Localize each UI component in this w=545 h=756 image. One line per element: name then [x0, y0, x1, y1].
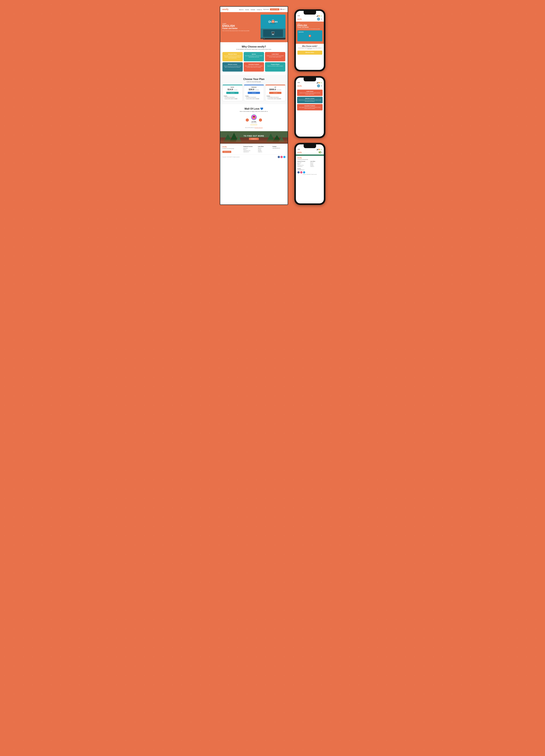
hero-desc-text: From 3 to 99, We help everyone learn in …	[222, 30, 259, 31]
review-platform-link[interactable]: 3rd side review site	[255, 127, 263, 128]
bar-3	[317, 82, 318, 83]
phone-menu-icon-2[interactable]: ≡	[321, 85, 322, 87]
cta-contact-button[interactable]: Contact Us	[249, 138, 259, 140]
phone-footer-learn-list: About Us Courses Schedule Contact Us	[310, 162, 322, 167]
flag-icon: 🇬🇧	[280, 9, 282, 10]
bar-1	[317, 83, 317, 83]
phone-contact-col: Contact support@eesify.com	[297, 168, 322, 170]
footer-contact-title: Contact	[272, 146, 285, 147]
instagram-icon[interactable]: ◉	[280, 156, 283, 158]
list-item: Contact Us	[310, 166, 322, 167]
plan-basic-body: BASIC $14.9 /1 month Subscribe Includes …	[223, 85, 242, 101]
lang-selector[interactable]: 🇬🇧 ENG ▾	[280, 9, 285, 10]
nav-logo: eesify	[222, 8, 229, 11]
phone-play-icon-1	[309, 35, 310, 36]
phone-footer-courses-list: Test course Bitcoin 1 course test 7/7 (1…	[297, 162, 309, 167]
hero-video: with Quizzes in the videos 🖥️ 0:00 / 1:1…	[261, 15, 285, 40]
love-title: Wall Of Love 💙	[222, 107, 285, 110]
plan-vip-period: /12 months	[277, 89, 281, 90]
phone-twitter-icon[interactable]: t	[303, 171, 305, 173]
phone-mockup-1: 9:41 📶 🔋 eesify ≡	[294, 9, 325, 71]
phone-feature-desc-lessons: Important key points are summarised in e…	[298, 100, 321, 102]
phone-feature-title-lessons: Effective Lessons	[298, 98, 321, 99]
prev-testimonial-button[interactable]: ‹	[246, 118, 249, 122]
social-icons: f ◉ t	[278, 156, 285, 158]
footer-brand: eesify Accelerate your learning today! C…	[222, 146, 242, 153]
phone-avatar-1	[317, 18, 320, 21]
plan-premium-name: PREMIUM	[245, 87, 263, 88]
hero-faster-text: Faster and Better	[222, 27, 259, 30]
phone-play-button-1[interactable]	[309, 35, 311, 37]
svg-rect-9	[220, 141, 288, 143]
nav-schedule[interactable]: Schedule	[251, 9, 255, 10]
nav-courses[interactable]: Courses	[245, 9, 249, 10]
battery-icon: 🔋	[321, 15, 322, 17]
plan-premium-body: PREMIUM $39.9 /3 months Subscribe Includ…	[244, 85, 264, 101]
plan-basic: BASIC $14.9 /1 month Subscribe Includes …	[222, 84, 243, 101]
why-section: Why Choose eesify? It's the EASIEST and …	[220, 42, 288, 75]
phone-instagram-icon[interactable]: ◉	[300, 171, 302, 173]
phone-footer-tagline: Accelerate your learning today!	[297, 159, 322, 160]
plan-vip-tokens: 12 000 tokens	[268, 97, 273, 98]
footer-learn-more-title: Learn More	[258, 146, 271, 147]
my-account-link[interactable]: My Account	[263, 9, 269, 10]
feature-desc-feedback: Video repeats itself if the answer for a…	[245, 66, 263, 68]
phone-logo-2: eesify	[297, 85, 317, 87]
plan-premium-subscribe-button[interactable]: Subscribe	[248, 92, 260, 94]
sign-up-button[interactable]: SIGN UP NOW	[270, 8, 280, 10]
nav-contact[interactable]: Contact Us	[257, 9, 262, 10]
feature-card-progress: Progress Report Parents can view their c…	[265, 62, 285, 72]
love-subtitle: Have a look at what our happy eesify use…	[222, 111, 285, 112]
phone-contact-title: Contact	[297, 168, 322, 169]
phone-social-icons: f ◉ t	[297, 171, 322, 173]
twitter-icon[interactable]: t	[283, 156, 285, 158]
leaf-icon-3: 🌿	[318, 151, 321, 154]
plan-vip-subscribe-button[interactable]: Subscribe	[269, 92, 281, 94]
feature-title-lessons: Effective Lessons	[224, 64, 242, 65]
feature-title-progress: Progress Report	[266, 64, 284, 65]
phone-footer-section: eesify Accelerate your learning today! F…	[296, 156, 324, 176]
video-time: 0:00 / 1:11	[261, 38, 285, 39]
status-right-3: 📶 🔋	[317, 149, 322, 150]
plans-subtitle: A plan for every learning style.	[222, 81, 285, 82]
phone-menu-icon-3[interactable]: ≡	[321, 151, 322, 153]
hero-section: Learn ENGLISH Faster and Better From 3 t…	[220, 12, 288, 42]
plan-basic-period: /1 month	[234, 89, 237, 90]
phone2-features: Leader Board Students can keep track of …	[296, 88, 324, 112]
video-progress-bar[interactable]	[261, 39, 285, 40]
plan-basic-subscribe-button[interactable]: Subscribe	[226, 92, 238, 94]
wifi-icon-3: 📶	[319, 149, 320, 150]
phone-facebook-icon[interactable]: f	[297, 171, 300, 173]
footer-create-account-button[interactable]: Create Account	[222, 151, 231, 153]
phone-notch-3	[304, 144, 316, 148]
nav-about[interactable]: About Us	[239, 9, 244, 10]
video-progress-fill	[261, 39, 263, 40]
feature-desc-bitesized: Every video is between 3 to 5 min. EASY!…	[224, 55, 242, 59]
testimonial-area: ‹ 👦 OLIVER Father Of Qiu ★★★★★ ›	[222, 114, 285, 126]
plans-grid: BASIC $14.9 /1 month Subscribe Includes …	[222, 84, 285, 101]
wifi-icon: 📶	[319, 15, 320, 17]
play-button[interactable]	[271, 20, 275, 23]
signal-bars-1	[317, 15, 318, 17]
signal-bars-2	[317, 82, 318, 83]
phone-feature-desc-feedback: Video repeats itself if the answer for a…	[298, 107, 321, 109]
footer-top: eesify Accelerate your learning today! C…	[222, 146, 285, 153]
bar-3	[317, 149, 318, 150]
footer-learn-more-list: About Us Courses Schedule Contact Us	[258, 148, 271, 152]
bar-2	[317, 16, 317, 17]
feature-title-leaderboard: Leader Board	[266, 54, 284, 55]
bar-4	[318, 82, 318, 83]
status-bar-1: 9:41 📶 🔋	[296, 15, 324, 17]
footer-bottom: Copyright © 2022 EESIFY. All rights rese…	[222, 154, 285, 158]
facebook-icon[interactable]: f	[278, 156, 280, 158]
video-screen: 🖥️	[263, 30, 283, 37]
hero-english-text: ENGLISH	[222, 25, 259, 27]
phone-mockup-3: 9:41 📶 🔋 eesify 🌿	[294, 143, 325, 205]
plan-premium-price: $39.9	[249, 88, 254, 91]
footer-contact: Contact support@eesify.com	[272, 146, 285, 153]
phone-menu-icon-1[interactable]: ≡	[321, 18, 322, 20]
status-bar-2: 9:41 📶 🔋	[296, 81, 324, 83]
next-testimonial-button[interactable]: ›	[259, 118, 262, 122]
status-time-2: 9:41	[298, 82, 300, 83]
play-triangle-icon	[273, 21, 274, 22]
